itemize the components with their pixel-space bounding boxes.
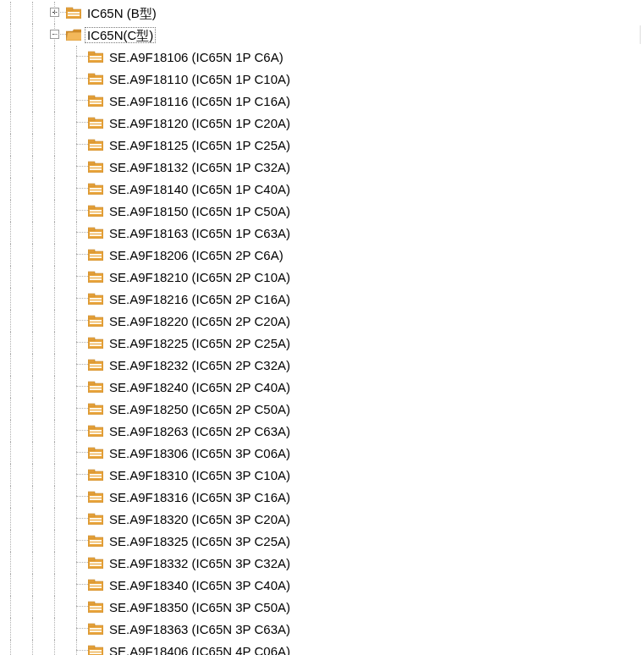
svg-rect-51 — [88, 294, 95, 296]
svg-rect-15 — [88, 96, 95, 98]
folder-icon — [88, 139, 103, 151]
svg-rect-58 — [88, 339, 103, 349]
tree-node-item[interactable]: SE.A9F18120 (IC65N 1P C20A) — [0, 112, 644, 134]
svg-rect-12 — [90, 78, 102, 80]
tree-node-item[interactable]: SE.A9F18206 (IC65N 2P C6A) — [0, 244, 644, 266]
tree-connector — [0, 46, 22, 68]
svg-rect-84 — [90, 474, 102, 476]
svg-rect-102 — [88, 581, 103, 591]
tree-node-label: SE.A9F18310 (IC65N 3P C10A) — [107, 467, 293, 483]
tree-node-item[interactable]: SE.A9F18163 (IC65N 1P C63A) — [0, 222, 644, 244]
svg-rect-92 — [90, 518, 102, 520]
tree-connector — [66, 222, 88, 244]
svg-rect-54 — [88, 317, 103, 327]
folder-icon — [88, 271, 103, 283]
tree-node-item[interactable]: SE.A9F18250 (IC65N 2P C50A) — [0, 398, 644, 420]
tree-node-label: SE.A9F18116 (IC65N 1P C16A) — [107, 93, 293, 109]
tree-node-item[interactable]: SE.A9F18150 (IC65N 1P C50A) — [0, 200, 644, 222]
tree-connector — [44, 398, 66, 420]
tree-connector — [44, 332, 66, 354]
tree-node-item[interactable]: SE.A9F18140 (IC65N 1P C40A) — [0, 178, 644, 200]
svg-rect-30 — [88, 185, 103, 195]
folder-icon — [88, 205, 103, 217]
tree-node-label: SE.A9F18206 (IC65N 2P C6A) — [107, 247, 286, 263]
tree-connector — [22, 2, 44, 24]
folder-icon — [88, 381, 103, 393]
svg-rect-28 — [90, 166, 102, 168]
svg-rect-72 — [90, 408, 102, 410]
tree-node-item[interactable]: SE.A9F18340 (IC65N 3P C40A) — [0, 574, 644, 596]
svg-rect-49 — [90, 278, 102, 280]
tree-node-item[interactable]: SE.A9F18406 (IC65N 4P C06A) — [0, 640, 644, 655]
folder-icon — [88, 557, 103, 569]
tree-node-item[interactable]: SE.A9F18232 (IC65N 2P C32A) — [0, 354, 644, 376]
expander-minus-icon[interactable]: − — [50, 30, 59, 39]
tree-connector — [44, 508, 66, 530]
tree-node-item[interactable]: SE.A9F18210 (IC65N 2P C10A) — [0, 266, 644, 288]
tree-connector — [44, 288, 66, 310]
svg-rect-105 — [90, 586, 102, 588]
tree-connector — [66, 420, 88, 442]
tree-connector — [66, 310, 88, 332]
tree-connector — [22, 640, 44, 655]
svg-rect-14 — [88, 97, 103, 107]
svg-rect-20 — [90, 122, 102, 124]
tree-view[interactable]: + IC65N (B型) − IC65N(C型) SE.A9F18106 (IC — [0, 0, 644, 655]
tree-connector — [66, 90, 88, 112]
tree-connector — [0, 222, 22, 244]
tree-connector — [0, 156, 22, 178]
tree-node-label: SE.A9F18340 (IC65N 3P C40A) — [107, 577, 293, 593]
svg-rect-87 — [88, 492, 95, 494]
tree-node-item[interactable]: SE.A9F18116 (IC65N 1P C16A) — [0, 90, 644, 112]
svg-rect-107 — [88, 602, 95, 604]
tree-node-item[interactable]: SE.A9F18332 (IC65N 3P C32A) — [0, 552, 644, 574]
svg-rect-2 — [68, 12, 80, 14]
svg-rect-97 — [90, 542, 102, 544]
tree-connector — [0, 398, 22, 420]
tree-node-item[interactable]: SE.A9F18125 (IC65N 1P C25A) — [0, 134, 644, 156]
svg-rect-26 — [88, 163, 103, 173]
svg-rect-46 — [88, 273, 103, 283]
tree-node-item[interactable]: SE.A9F18310 (IC65N 3P C10A) — [0, 464, 644, 486]
tree-node-item[interactable]: SE.A9F18132 (IC65N 1P C32A) — [0, 156, 644, 178]
svg-rect-63 — [88, 360, 95, 362]
svg-rect-109 — [90, 608, 102, 610]
svg-rect-70 — [88, 405, 103, 415]
tree-connector — [0, 244, 22, 266]
svg-rect-85 — [90, 476, 102, 478]
tree-node-item[interactable]: SE.A9F18316 (IC65N 3P C16A) — [0, 486, 644, 508]
tree-node-label: SE.A9F18350 (IC65N 3P C50A) — [107, 599, 293, 615]
svg-rect-90 — [88, 515, 103, 525]
tree-connector — [44, 46, 66, 68]
tree-node-item[interactable]: SE.A9F18325 (IC65N 3P C25A) — [0, 530, 644, 552]
tree-connector — [0, 420, 22, 442]
tree-node-item[interactable]: SE.A9F18263 (IC65N 2P C63A) — [0, 420, 644, 442]
tree-node-b-type[interactable]: + IC65N (B型) — [0, 2, 644, 24]
tree-node-item[interactable]: SE.A9F18106 (IC65N 1P C6A) — [0, 46, 644, 68]
tree-connector — [66, 112, 88, 134]
tree-connector — [66, 552, 88, 574]
tree-node-item[interactable]: SE.A9F18320 (IC65N 3P C20A) — [0, 508, 644, 530]
tree-connector — [0, 640, 22, 655]
svg-rect-110 — [88, 625, 103, 635]
tree-connector — [66, 178, 88, 200]
tree-node-item[interactable]: SE.A9F18240 (IC65N 2P C40A) — [0, 376, 644, 398]
tree-node-label: SE.A9F18316 (IC65N 3P C16A) — [107, 489, 293, 505]
svg-rect-82 — [88, 471, 103, 481]
tree-node-item[interactable]: SE.A9F18363 (IC65N 3P C63A) — [0, 618, 644, 640]
tree-connector — [22, 618, 44, 640]
tree-node-item[interactable]: SE.A9F18110 (IC65N 1P C10A) — [0, 68, 644, 90]
tree-connector — [22, 266, 44, 288]
tree-node-item[interactable]: SE.A9F18306 (IC65N 3P C06A) — [0, 442, 644, 464]
folder-icon — [88, 183, 103, 195]
expander-plus-icon[interactable]: + — [50, 8, 59, 17]
svg-rect-111 — [88, 624, 95, 626]
svg-rect-88 — [90, 496, 102, 498]
tree-node-item[interactable]: SE.A9F18220 (IC65N 2P C20A) — [0, 310, 644, 332]
svg-rect-117 — [90, 652, 102, 654]
tree-node-item[interactable]: SE.A9F18225 (IC65N 2P C25A) — [0, 332, 644, 354]
svg-rect-106 — [88, 603, 103, 613]
tree-node-item[interactable]: SE.A9F18350 (IC65N 3P C50A) — [0, 596, 644, 618]
tree-node-c-type[interactable]: − IC65N(C型) — [0, 24, 644, 46]
tree-node-item[interactable]: SE.A9F18216 (IC65N 2P C16A) — [0, 288, 644, 310]
